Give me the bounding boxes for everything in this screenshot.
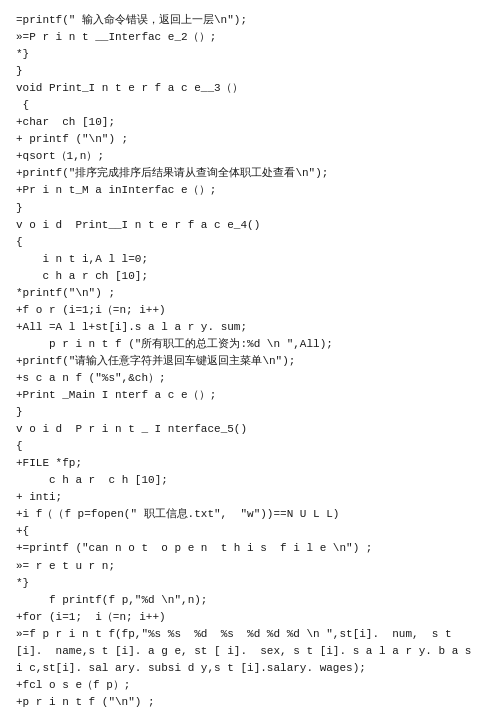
- code-line: +printf("请输入任意字符并退回车键返回主菜单\n");: [16, 353, 484, 370]
- code-line: +i f（（f p=fopen(" 职工信息.txt", "w"))==N U …: [16, 506, 484, 523]
- code-line: }: [16, 200, 484, 217]
- code-line: {: [16, 234, 484, 251]
- code-line: + inti;: [16, 489, 484, 506]
- code-line: {: [16, 438, 484, 455]
- code-line: »=P r i n t __Interfac e_2（）;: [16, 29, 484, 46]
- code-line: »=f p r i n t f(fp,"%s %s %d %s %d %d %d…: [16, 626, 484, 677]
- code-line: +f o r (i=1;i（=n; i++): [16, 302, 484, 319]
- code-line: +printf("排序完成排序后结果请从查询全体职工处查看\n");: [16, 165, 484, 182]
- code-line: +Pr i n t_M a inInterfac e（）;: [16, 182, 484, 199]
- code-line: +fcl o s e（f p）;: [16, 677, 484, 694]
- code-line: +All =A l l+st[i].s a l a r y. sum;: [16, 319, 484, 336]
- code-line: +FILE *fp;: [16, 455, 484, 472]
- code-line: c h a r c h [10];: [16, 472, 484, 489]
- code-line: +char ch [10];: [16, 114, 484, 131]
- code-line: c h a r ch [10];: [16, 268, 484, 285]
- code-line: »= r e t u r n;: [16, 558, 484, 575]
- code-line: =printf(" 输入命令错误，返回上一层\n");: [16, 12, 484, 29]
- code-line: *printf("\n") ;: [16, 285, 484, 302]
- code-line: *}: [16, 46, 484, 63]
- code-line: i n t i,A l l=0;: [16, 251, 484, 268]
- code-line: +qsort（1,n）;: [16, 148, 484, 165]
- code-line: p r i n t f ("所有职工的总工资为:%d \n ",All);: [16, 336, 484, 353]
- code-line: v o i d Print__I n t e r f a c e_4(): [16, 217, 484, 234]
- code-line: }: [16, 63, 484, 80]
- code-line: +{: [16, 523, 484, 540]
- code-line: + printf ("\n") ;: [16, 131, 484, 148]
- code-line: void Print_I n t e r f a c e__3（）: [16, 80, 484, 97]
- code-line: +for (i=1; i（=n; i++): [16, 609, 484, 626]
- code-line: +Print _Main I nterf a c e（）;: [16, 387, 484, 404]
- code-line: }: [16, 404, 484, 421]
- code-line: {: [16, 97, 484, 114]
- code-line: f printf(f p,"%d \n",n);: [16, 592, 484, 609]
- code-line: +s c a n f ("%s",&ch）;: [16, 370, 484, 387]
- code-line: +=printf ("can n o t o p e n t h i s f i…: [16, 540, 484, 557]
- code-line: *}: [16, 575, 484, 592]
- code-line: +p r i n t f ("\n") ;: [16, 694, 484, 707]
- code-line: v o i d P r i n t _ I nterface_5(): [16, 421, 484, 438]
- code-container: =printf(" 输入命令错误，返回上一层\n");»=P r i n t _…: [16, 12, 484, 707]
